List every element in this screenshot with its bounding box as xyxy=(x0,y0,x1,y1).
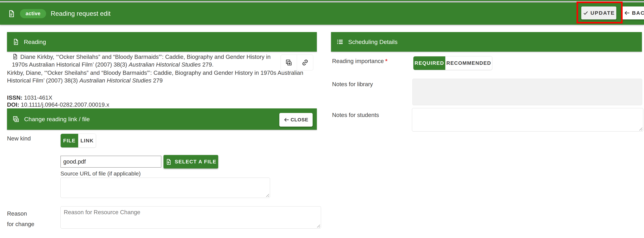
select-file-button[interactable]: SELECT A FILE xyxy=(164,155,218,169)
importance-option-recommended[interactable]: RECOMMENDED xyxy=(445,56,492,70)
close-button-label: CLOSE xyxy=(290,117,308,123)
file-upload-icon xyxy=(165,158,172,165)
change-reading-section-header: Change reading link / file xyxy=(7,108,317,130)
reason-for-change-label: Reason for change xyxy=(7,208,35,230)
file-name-input[interactable] xyxy=(60,156,162,168)
check-icon xyxy=(583,10,588,16)
source-url-label: Source URL of file (if applicable) xyxy=(60,170,141,177)
document-icon xyxy=(12,38,19,46)
required-asterisk: * xyxy=(385,58,388,64)
source-url-textarea[interactable] xyxy=(60,178,270,198)
top-scrollbar[interactable] xyxy=(0,1,644,2)
reading-section-title: Reading xyxy=(24,38,46,45)
issn-label: ISSN: xyxy=(7,94,22,101)
notes-for-students-textarea[interactable] xyxy=(412,108,643,132)
citation-full: Kirkby, Diane, ‘“Ocker Sheilahs” and “Bl… xyxy=(7,69,318,84)
citation-action-buttons xyxy=(280,55,313,70)
citation-full-pages: 279 xyxy=(152,77,162,84)
kind-option-file[interactable]: FILE xyxy=(61,134,78,147)
new-kind-label: New kind xyxy=(7,135,31,142)
scheduling-section-title: Scheduling Details xyxy=(348,38,398,45)
reading-request-edit-page: active Reading request edit UPDATE BACK … xyxy=(0,0,644,238)
reading-importance-label-text: Reading importance xyxy=(332,58,384,64)
doi-value: 10.1111/j.0964-0282.2007.00019.x xyxy=(21,101,109,108)
change-resource-button[interactable] xyxy=(281,55,297,70)
arrow-left-icon xyxy=(284,117,290,123)
back-button[interactable]: BACK xyxy=(621,6,644,19)
importance-option-required[interactable]: REQUIRED xyxy=(414,56,445,70)
new-kind-toggle: FILE LINK xyxy=(60,134,96,148)
update-button[interactable]: UPDATE xyxy=(581,6,616,19)
document-icon xyxy=(12,53,18,60)
update-button-label: UPDATE xyxy=(590,10,615,16)
notes-for-library-textarea xyxy=(412,79,642,105)
reason-for-change-textarea[interactable] xyxy=(60,206,321,229)
list-icon xyxy=(336,38,344,45)
reading-section-header: Reading xyxy=(7,32,317,52)
change-reading-section-title: Change reading link / file xyxy=(24,116,90,123)
back-button-label: BACK xyxy=(632,10,644,16)
document-icon xyxy=(7,9,16,18)
reading-importance-label: Reading importance* xyxy=(332,58,388,64)
citation-full-journal: Australian Historical Studies xyxy=(80,77,152,84)
page-title: Reading request edit xyxy=(51,10,110,17)
reading-importance-toggle: REQUIRED RECOMMENDED xyxy=(413,56,492,70)
notes-for-students-label: Notes for students xyxy=(332,112,379,118)
link-icon xyxy=(302,59,309,66)
citation-display-pages: 279. xyxy=(201,61,214,68)
kind-option-link[interactable]: LINK xyxy=(78,134,96,147)
top-app-bar: active Reading request edit xyxy=(0,2,644,25)
scheduling-section-header: Scheduling Details xyxy=(331,32,642,52)
issn-row: ISSN: 1031-461X xyxy=(7,94,52,101)
file-change-icon xyxy=(285,59,292,66)
issn-value: 1031-461X xyxy=(24,94,52,101)
doi-row: DOI: 10.1111/j.0964-0282.2007.00019.x xyxy=(7,101,109,108)
status-badge: active xyxy=(20,9,46,18)
file-change-icon xyxy=(12,115,20,123)
notes-for-library-label: Notes for library xyxy=(332,81,373,88)
select-file-button-label: SELECT A FILE xyxy=(175,159,216,165)
arrow-left-icon xyxy=(624,10,630,16)
close-button[interactable]: CLOSE xyxy=(279,113,312,127)
doi-label: DOI: xyxy=(7,101,19,108)
citation-display-journal: Australian Historical Studies xyxy=(128,61,201,68)
link-resource-button[interactable] xyxy=(297,55,313,70)
citation-display: Diane Kirkby, ‘“Ocker Sheilahs” and “Blo… xyxy=(12,53,276,68)
